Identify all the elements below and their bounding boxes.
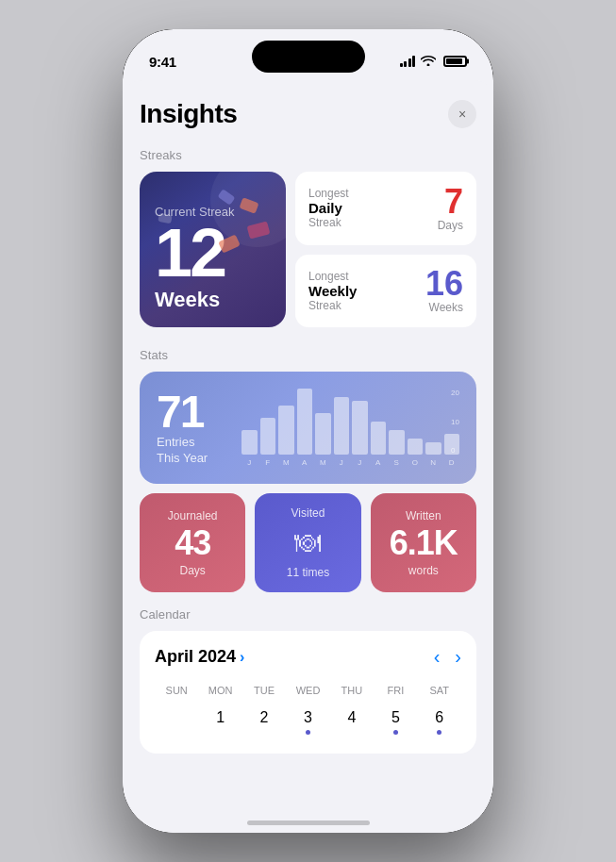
longest-daily-top: Longest	[308, 187, 349, 200]
status-time: 9:41	[149, 54, 176, 70]
calendar-header: April 2024 › ‹ ›	[155, 646, 461, 668]
visited-bottom: 11 times	[287, 566, 329, 579]
streaks-grid: Current Streak 12 Weeks Longest Daily St…	[140, 172, 476, 327]
entries-label1: Entries	[157, 435, 232, 451]
longest-weekly-card: Longest Weekly Streak 16 Weeks	[295, 255, 476, 328]
longest-weekly-unit: Weeks	[429, 301, 463, 314]
journaled-value: 43	[175, 526, 210, 560]
calendar-days-of-week: SUNMONTUEWEDTHUFRISAT	[155, 681, 461, 700]
longest-weekly-num: 16	[425, 267, 463, 301]
battery-fill	[446, 58, 462, 64]
signal-bar-2	[404, 61, 407, 67]
calendar-date-cell	[155, 704, 198, 738]
written-value: 6.1K	[390, 526, 458, 560]
chart-bar	[352, 401, 368, 455]
stats-section: Stats 71 Entries This Year 20 10 0	[140, 348, 476, 592]
calendar-day-of-week: MON	[198, 681, 241, 700]
chart-bar	[371, 422, 387, 455]
chart-y-mid: 10	[451, 418, 459, 426]
date-dot	[393, 730, 398, 735]
written-bottom: words	[408, 564, 439, 577]
chart-bar	[425, 442, 441, 455]
confetti-2	[247, 221, 271, 239]
current-streak-unit: Weeks	[155, 288, 271, 312]
calendar-card: April 2024 › ‹ › SUNMONTUEWEDTHUFRISAT 1…	[140, 631, 476, 754]
close-button[interactable]: ×	[448, 100, 476, 128]
current-streak-card: Current Streak 12 Weeks	[140, 172, 286, 327]
chart-month-label: J	[241, 458, 258, 467]
chart-y-labels: 20 10 0	[451, 389, 459, 455]
date-number: 1	[216, 707, 225, 728]
phone-screen: 9:41	[123, 29, 493, 833]
chart-y-max: 20	[451, 389, 459, 397]
chart-month-label: S	[389, 458, 405, 467]
calendar-grid: SUNMONTUEWEDTHUFRISAT 123456	[155, 681, 461, 738]
written-card: Written 6.1K words	[371, 493, 476, 592]
confetti-1	[239, 197, 258, 213]
visited-icon: 🍽	[294, 527, 321, 558]
signal-bar-4	[412, 56, 415, 67]
chart-bar	[389, 430, 405, 455]
longest-daily-card: Longest Daily Streak 7 Days	[295, 172, 476, 245]
signal-bar-1	[400, 63, 403, 67]
chart-month-label: M	[278, 458, 294, 467]
journaled-bottom: Days	[179, 564, 205, 577]
chart-bar	[334, 397, 350, 455]
date-number: 5	[391, 707, 400, 728]
longest-daily-left: Longest Daily Streak	[308, 187, 349, 229]
longest-daily-bot: Streak	[308, 216, 349, 229]
chart-bar	[315, 413, 331, 455]
chart-bar	[241, 430, 258, 455]
calendar-date-cell[interactable]: 4	[330, 704, 374, 738]
sheet: Insights × Streaks Current Streak	[123, 80, 493, 833]
stats-label: Stats	[140, 348, 476, 362]
streak-right-col: Longest Daily Streak 7 Days	[295, 172, 476, 327]
chart-month-label: N	[425, 458, 441, 467]
entries-left: 71 Entries This Year	[157, 389, 232, 467]
journaled-top: Journaled	[168, 509, 218, 522]
page-title: Insights	[140, 99, 237, 129]
status-icons	[400, 55, 468, 69]
chart-month-label: J	[352, 458, 368, 467]
calendar-day-of-week: WED	[286, 681, 329, 700]
chart-bar	[260, 418, 276, 455]
date-number: 4	[347, 707, 356, 728]
chart-month-label: J	[334, 458, 350, 467]
date-dot	[306, 730, 310, 735]
chart-month-label: F	[260, 458, 276, 467]
calendar-date-cell[interactable]: 3	[286, 704, 329, 738]
longest-weekly-bot: Streak	[308, 299, 357, 312]
calendar-date-cell[interactable]: 5	[374, 704, 417, 738]
longest-weekly-value-group: 16 Weeks	[425, 267, 463, 314]
longest-daily-unit: Days	[438, 219, 463, 232]
confetti-3	[218, 189, 236, 205]
written-top: Written	[406, 509, 441, 522]
chart-month-label: A	[371, 458, 387, 467]
date-dot	[437, 730, 441, 735]
calendar-date-cell[interactable]: 2	[242, 704, 286, 738]
visited-card: Visited 🍽 11 times	[255, 493, 360, 592]
calendar-day-of-week: SAT	[418, 681, 461, 700]
date-number: 3	[304, 707, 312, 728]
calendar-prev-button[interactable]: ‹	[434, 646, 441, 668]
date-number: 2	[260, 707, 269, 728]
calendar-next-button[interactable]: ›	[455, 646, 461, 668]
chart-month-label: D	[444, 458, 460, 467]
chart-bar	[297, 389, 313, 455]
calendar-date-cell[interactable]: 6	[418, 704, 461, 738]
longest-weekly-top: Longest	[308, 270, 357, 283]
chart-bar	[408, 439, 424, 456]
calendar-date-cell[interactable]: 1	[198, 704, 241, 738]
calendar-dates: 123456	[155, 704, 461, 738]
chart-month-label: O	[408, 458, 424, 467]
calendar-expand-chevron[interactable]: ›	[240, 649, 244, 666]
date-number: 6	[435, 707, 443, 728]
journaled-card: Journaled 43 Days	[140, 493, 245, 592]
entries-chart: 20 10 0 JFMAMJJASOND	[232, 389, 459, 467]
entries-label2: This Year	[157, 451, 232, 467]
longest-daily-num: 7	[444, 185, 463, 219]
phone-frame: 9:41	[123, 29, 493, 833]
calendar-day-of-week: FRI	[374, 681, 417, 700]
wifi-icon	[421, 55, 436, 69]
sheet-header: Insights ×	[140, 99, 476, 129]
